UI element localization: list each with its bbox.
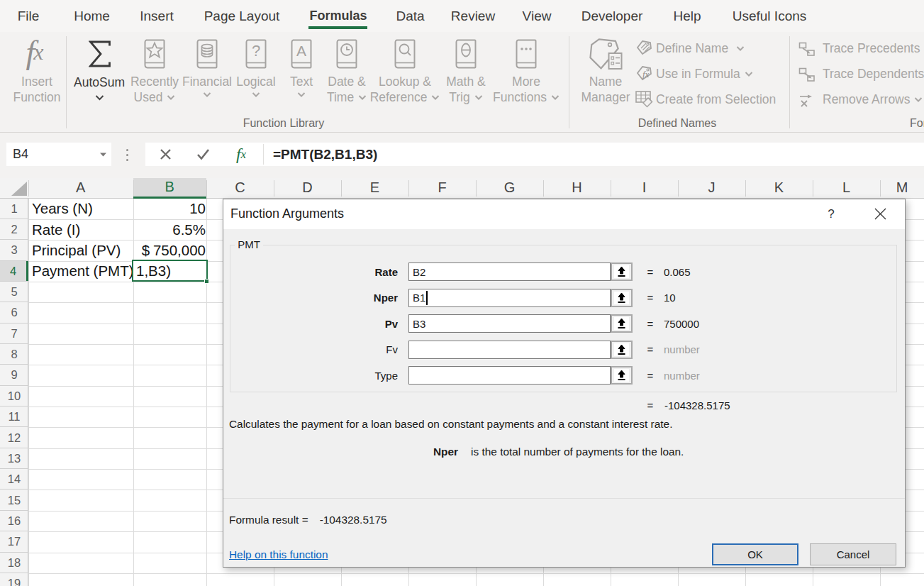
- svg-text:A: A: [296, 43, 306, 59]
- svg-text:?: ?: [252, 42, 260, 60]
- svg-text:fx: fx: [642, 69, 650, 79]
